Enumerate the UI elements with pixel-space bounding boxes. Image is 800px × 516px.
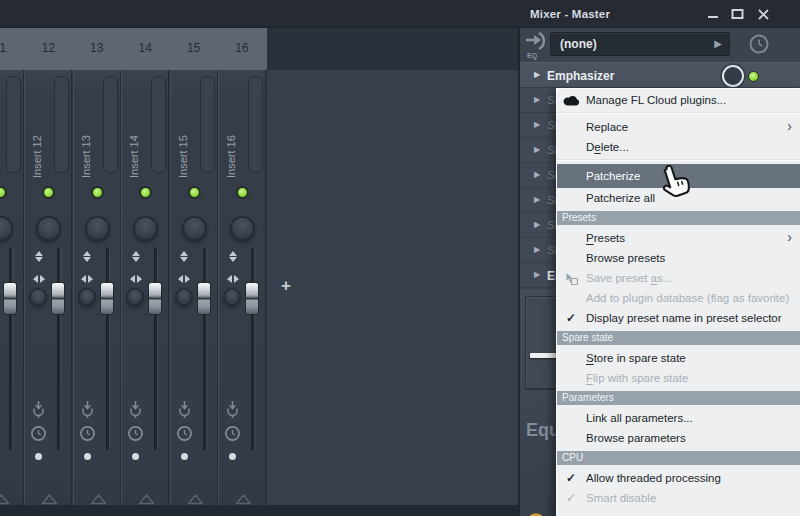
row-expand-arrow-icon[interactable]: ▶ [534, 145, 540, 154]
arm-dot[interactable] [35, 453, 42, 460]
volume-fader-handle[interactable] [3, 282, 17, 315]
updown-arrows-icon[interactable] [224, 250, 241, 263]
row-expand-arrow-icon[interactable]: ▶ [534, 95, 540, 104]
slot-selector-value: (none) [560, 33, 597, 55]
plugin-enable-led[interactable] [748, 71, 759, 82]
clock-icon[interactable] [224, 425, 241, 442]
row-expand-arrow-icon[interactable]: ▶ [534, 170, 540, 179]
updown-arrows-icon[interactable] [127, 250, 144, 263]
stereo-separation-knob[interactable] [126, 288, 144, 306]
routing-icon[interactable] [80, 400, 95, 418]
menu-item[interactable]: Browse parameters [557, 428, 800, 448]
mixer-strip[interactable]: Insert 12 [24, 70, 72, 505]
routing-icon[interactable] [31, 400, 46, 418]
row-expand-arrow-icon[interactable]: ▶ [534, 245, 540, 254]
updown-arrows-icon[interactable] [30, 250, 47, 263]
stereo-separation-knob[interactable] [175, 288, 193, 306]
routing-icon[interactable] [225, 400, 240, 418]
mixer-strip[interactable]: Insert 15 [170, 70, 218, 505]
mute-led[interactable] [42, 186, 55, 199]
leftright-arrows-icon[interactable] [127, 269, 144, 287]
row-expand-arrow-icon[interactable]: ▶ [534, 195, 540, 204]
menu-item-label: Link all parameters... [586, 412, 693, 424]
routing-icon[interactable] [128, 400, 143, 418]
volume-fader-handle[interactable] [100, 282, 114, 315]
clock-icon[interactable] [79, 425, 96, 442]
mute-led[interactable] [0, 186, 7, 199]
stereo-separation-knob[interactable] [78, 288, 96, 306]
pan-knob[interactable] [36, 216, 61, 241]
pan-knob[interactable] [0, 216, 13, 241]
menu-item: Add to plugin database (flag as favorite… [557, 288, 800, 308]
mixer-strip[interactable] [0, 70, 24, 505]
volume-fader-handle[interactable] [148, 282, 162, 315]
clock-button[interactable] [748, 33, 770, 55]
clock-icon[interactable] [30, 425, 47, 442]
menu-item[interactable]: Presets› [557, 228, 800, 248]
channel-number[interactable]: 14 [121, 28, 169, 70]
volume-fader-handle[interactable] [197, 282, 211, 315]
menu-item[interactable]: ✓Allow threaded processing [557, 468, 800, 488]
channel-number[interactable]: 12 [24, 28, 72, 70]
menu-item-gutter [557, 348, 585, 368]
pan-knob[interactable] [133, 216, 158, 241]
mute-led[interactable] [91, 186, 104, 199]
volume-fader-track[interactable] [9, 248, 12, 450]
pan-knob[interactable] [230, 216, 255, 241]
updown-arrows-icon[interactable] [79, 250, 96, 263]
menu-item[interactable]: Browse presets [557, 248, 800, 268]
menu-item[interactable]: Store in spare state [557, 348, 800, 368]
volume-fader-track[interactable] [57, 248, 60, 450]
channel-number[interactable]: 11 [0, 28, 24, 70]
rack-row-emphasizer[interactable]: ▶Emphasizer [520, 62, 800, 88]
close-button[interactable] [754, 6, 772, 22]
row-expand-arrow-icon[interactable]: ▶ [534, 120, 540, 129]
pan-knob[interactable] [85, 216, 110, 241]
mixer-strip[interactable]: Insert 14 [121, 70, 169, 505]
volume-fader-track[interactable] [251, 248, 254, 450]
routing-icon[interactable] [177, 400, 192, 418]
stereo-separation-knob[interactable] [223, 288, 241, 306]
arm-dot[interactable] [84, 453, 91, 460]
row-expand-arrow-icon[interactable]: ▶ [534, 220, 540, 229]
mixer-strip[interactable]: Insert 13 [73, 70, 121, 505]
eq-routing-icon[interactable]: EQ [523, 31, 551, 59]
volume-fader-track[interactable] [154, 248, 157, 450]
volume-fader-handle[interactable] [51, 282, 65, 315]
menu-item[interactable]: Delete... [557, 137, 800, 157]
mixer-strip[interactable]: Insert 16 [218, 70, 266, 505]
slot-selector[interactable]: (none) ▶ [550, 32, 730, 56]
leftright-arrows-icon[interactable] [176, 269, 193, 287]
leftright-arrows-icon[interactable] [224, 269, 241, 287]
mute-led[interactable] [188, 186, 201, 199]
channel-number[interactable]: 16 [218, 28, 266, 70]
mute-led[interactable] [236, 186, 249, 199]
menu-item[interactable]: ✓Display preset name in preset selector [557, 308, 800, 328]
title-bar: Mixer - Master [0, 0, 800, 28]
menu-item[interactable]: Manage FL Cloud plugins... [557, 90, 800, 110]
mute-led[interactable] [139, 186, 152, 199]
clock-icon[interactable] [176, 425, 193, 442]
arm-dot[interactable] [132, 453, 139, 460]
leftright-arrows-icon[interactable] [79, 269, 96, 287]
arm-dot[interactable] [181, 453, 188, 460]
menu-item[interactable]: Link all parameters... [557, 408, 800, 428]
arm-dot[interactable] [229, 453, 236, 460]
volume-fader-track[interactable] [106, 248, 109, 450]
channel-number[interactable]: 15 [170, 28, 218, 70]
row-expand-arrow-icon[interactable]: ▶ [534, 270, 540, 279]
channel-number[interactable]: 13 [73, 28, 121, 70]
stereo-separation-knob[interactable] [29, 288, 47, 306]
clock-icon[interactable] [127, 425, 144, 442]
pan-knob[interactable] [182, 216, 207, 241]
updown-arrows-icon[interactable] [176, 250, 193, 263]
leftright-arrows-icon[interactable] [30, 269, 47, 287]
menu-item[interactable]: Replace› [557, 117, 800, 137]
volume-fader-track[interactable] [203, 248, 206, 450]
maximize-button[interactable] [728, 6, 746, 22]
row-expand-arrow-icon[interactable]: ▶ [534, 70, 540, 79]
volume-fader-handle[interactable] [245, 282, 259, 315]
orange-clock-icon[interactable] [525, 512, 547, 516]
minimize-button[interactable] [704, 6, 722, 22]
plugin-mix-knob[interactable] [722, 65, 744, 87]
